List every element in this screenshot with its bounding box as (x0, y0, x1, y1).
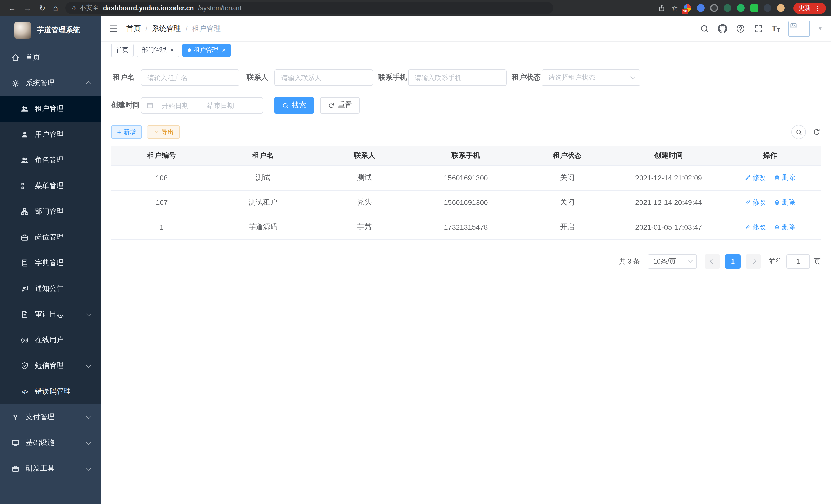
sidebar-item-notice[interactable]: 通知公告 (0, 276, 101, 302)
sidebar-item-system[interactable]: 系统管理 (0, 70, 101, 96)
share-icon[interactable] (658, 4, 666, 12)
help-icon[interactable] (736, 24, 745, 33)
tenant-name-input[interactable] (141, 69, 239, 86)
active-tag-dot (187, 48, 191, 52)
delete-link[interactable]: 删除 (774, 198, 795, 207)
toggle-search-button[interactable] (792, 125, 806, 139)
browser-chrome: ← → ↻ ⌂ ⚠ 不安全 dashboard.yudao.iocoder.cn… (0, 0, 831, 16)
edit-link[interactable]: 修改 (745, 173, 766, 182)
font-size-icon[interactable]: TT (772, 24, 780, 33)
tag-home[interactable]: 首页 (111, 43, 134, 57)
cell-phone: 17321315478 (415, 215, 517, 239)
create-time-label: 创建时间 (111, 101, 141, 110)
sidebar-item-home[interactable]: 首页 (0, 45, 101, 70)
calendar-icon (146, 102, 154, 109)
sidebar-item-dev-tools[interactable]: 研发工具 (0, 456, 101, 481)
search-button[interactable]: 搜索 (275, 97, 314, 114)
tenant-status-select[interactable]: 请选择租户状态 (542, 69, 640, 86)
page-number-button[interactable]: 1 (725, 254, 741, 268)
tag-close-icon[interactable]: × (170, 47, 174, 53)
tag-tenant[interactable]: 租户管理 × (182, 43, 231, 57)
edit-link[interactable]: 修改 (745, 198, 766, 207)
sidebar-item-user[interactable]: 用户管理 (0, 122, 101, 147)
breadcrumb-system: 系统管理 (152, 24, 181, 33)
reset-button[interactable]: 重置 (320, 97, 360, 114)
extension-icon[interactable] (724, 4, 731, 12)
goto-label: 前往 (769, 257, 782, 266)
sidebar-item-role[interactable]: 角色管理 (0, 147, 101, 173)
sidebar-toggle-button[interactable] (101, 23, 126, 34)
tag-dept[interactable]: 部门管理 × (137, 43, 179, 57)
sidebar: 芋道管理系统 首页 系统管理 租户管理 用户管理 (0, 16, 101, 504)
kebab-menu-icon[interactable]: ⋮ (814, 4, 821, 11)
contact-input[interactable] (275, 69, 373, 86)
sidebar-item-dict[interactable]: 字典管理 (0, 250, 101, 276)
sidebar-item-dept[interactable]: 部门管理 (0, 199, 101, 225)
cell-status: 关闭 (516, 190, 618, 215)
download-icon (153, 129, 159, 135)
forward-icon[interactable]: → (24, 4, 31, 12)
search-icon[interactable] (700, 24, 709, 33)
delete-link[interactable]: 删除 (774, 223, 795, 232)
cell-phone: 15601691300 (415, 166, 517, 190)
cell-actions: 修改删除 (719, 215, 821, 239)
briefcase-icon (21, 233, 29, 241)
gear-icon (11, 79, 20, 87)
reload-icon[interactable]: ↻ (39, 3, 46, 12)
user-caret-down-icon[interactable]: ▾ (819, 25, 822, 32)
sidebar-item-error-code[interactable]: </> 错误码管理 (0, 379, 101, 404)
sidebar-item-sms[interactable]: 短信管理 (0, 353, 101, 379)
bookmark-star-icon[interactable]: ☆ (671, 4, 678, 12)
breadcrumb-current: 租户管理 (192, 24, 221, 33)
cell-created: 2021-12-14 21:02:09 (618, 166, 719, 190)
next-page-button[interactable] (746, 254, 761, 268)
phone-input[interactable] (408, 69, 507, 86)
back-icon[interactable]: ← (8, 4, 16, 12)
sidebar-item-post[interactable]: 岗位管理 (0, 225, 101, 250)
yen-icon: ¥ (11, 413, 20, 421)
sidebar-item-tenant[interactable]: 租户管理 (0, 96, 101, 122)
top-navbar: 首页 / 系统管理 / 租户管理 TT ▾ (101, 16, 831, 41)
extension-icon[interactable] (697, 4, 705, 12)
refresh-table-button[interactable] (812, 128, 821, 136)
edit-link[interactable]: 修改 (745, 223, 766, 232)
start-date-input[interactable] (156, 101, 195, 109)
sidebar-item-infra[interactable]: 基础设施 (0, 430, 101, 456)
sidebar-item-audit-log[interactable]: 审计日志 (0, 302, 101, 327)
trash-icon (774, 175, 780, 181)
breadcrumb-home[interactable]: 首页 (126, 24, 141, 33)
tag-close-icon[interactable]: × (222, 47, 226, 53)
github-icon[interactable] (718, 24, 727, 33)
create-time-range-picker[interactable]: - (141, 97, 263, 114)
extension-icon[interactable] (764, 4, 771, 12)
export-button[interactable]: 导出 (147, 125, 180, 139)
url-path: /system/tenant (198, 4, 241, 12)
extension-icon[interactable] (750, 4, 758, 12)
extension-icon[interactable]: 10 (684, 4, 691, 12)
security-label[interactable]: 不安全 (80, 4, 99, 12)
extension-icon[interactable] (777, 4, 785, 12)
cell-phone: 15601691300 (415, 190, 517, 215)
filter-tenant-name: 租户名 (111, 69, 239, 86)
goto-page-input[interactable] (786, 254, 810, 268)
end-date-input[interactable] (201, 101, 240, 109)
users-icon (21, 156, 29, 165)
sidebar-item-online-user[interactable]: 在线用户 (0, 327, 101, 353)
browser-home-icon[interactable]: ⌂ (53, 4, 58, 12)
home-icon (11, 53, 20, 62)
extension-icon[interactable] (737, 4, 745, 12)
sidebar-item-pay[interactable]: ¥ 支付管理 (0, 404, 101, 430)
extension-icon[interactable] (710, 4, 718, 12)
address-bar[interactable]: ⚠ 不安全 dashboard.yudao.iocoder.cn/system/… (65, 2, 553, 14)
browser-update-button[interactable]: 更新 ⋮ (794, 2, 826, 13)
fullscreen-icon[interactable] (754, 24, 763, 33)
page-size-select[interactable]: 10条/页 (648, 254, 697, 268)
date-range-separator: - (197, 101, 199, 109)
avatar[interactable] (789, 20, 810, 37)
delete-link[interactable]: 删除 (774, 173, 795, 182)
sidebar-item-menu[interactable]: 菜单管理 (0, 173, 101, 199)
add-button[interactable]: + 新增 (111, 125, 142, 139)
breadcrumb: 首页 / 系统管理 / 租户管理 (126, 24, 221, 33)
prev-page-button[interactable] (705, 254, 720, 268)
column-header: 操作 (719, 146, 821, 166)
